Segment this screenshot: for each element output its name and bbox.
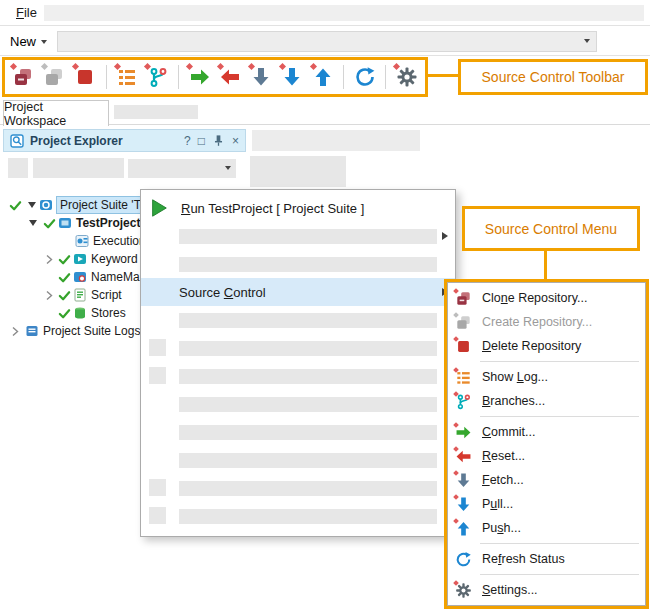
reset-icon [219, 66, 241, 88]
chevron-down-icon [584, 39, 590, 43]
tree-item-label[interactable]: TestProject [76, 216, 140, 230]
source-control-menu-highlight: Clone Repository... Create Repository...… [444, 279, 649, 609]
submenu-item-refresh-status[interactable]: Refresh Status [448, 547, 645, 571]
source-control-menu: Clone Repository... Create Repository...… [447, 282, 646, 606]
submenu-item-fetch[interactable]: Fetch... [448, 468, 645, 492]
auto-hide-pin-icon[interactable] [212, 134, 225, 147]
submenu-item-push[interactable]: Push... [448, 516, 645, 540]
clone-repository-icon [12, 66, 34, 88]
show-log-icon [116, 66, 138, 88]
run-icon [149, 198, 169, 218]
submenu-item-branches[interactable]: Branches... [448, 389, 645, 413]
panel-title: Project Explorer [30, 134, 123, 148]
menu-item-redacted[interactable] [141, 502, 455, 530]
check-icon [58, 289, 71, 302]
collapsed-arrow-icon[interactable] [11, 326, 19, 337]
menu-bar: File [0, 0, 650, 26]
redacted-label-placeholder [179, 369, 437, 384]
submenu-item-reset[interactable]: Reset... [448, 444, 645, 468]
redacted-label-placeholder [179, 453, 437, 468]
branches-button[interactable] [143, 62, 172, 92]
source-control-menu-callout: Source Control Menu [462, 206, 640, 251]
submenu-item-commit[interactable]: Commit... [448, 420, 645, 444]
submenu-item-label: Reset... [482, 449, 525, 463]
submenu-item-create-repository[interactable]: Create Repository... [448, 310, 645, 334]
submenu-item-label: Show Log... [482, 370, 548, 384]
collapsed-arrow-icon[interactable] [45, 254, 53, 265]
create-repository-button[interactable] [40, 62, 69, 92]
tree-item-label[interactable]: Keyword [91, 252, 138, 266]
refresh-status-icon [455, 551, 472, 568]
expanded-arrow-icon[interactable] [28, 202, 36, 208]
submenu-item-settings[interactable]: Settings... [448, 578, 645, 602]
name-mapping-icon [73, 270, 87, 284]
menu-item-redacted[interactable] [141, 306, 455, 334]
project-suite-icon [39, 198, 53, 212]
menu-separator [480, 543, 639, 544]
menu-item-redacted[interactable] [141, 334, 455, 362]
menu-item-redacted[interactable] [141, 418, 455, 446]
toolbar-separator [385, 65, 386, 89]
redacted-label-placeholder [179, 509, 437, 524]
fetch-button[interactable] [247, 62, 276, 92]
pull-button[interactable] [278, 62, 307, 92]
collapsed-arrow-icon[interactable] [45, 290, 53, 301]
submenu-item-label: Fetch... [482, 473, 524, 487]
push-button[interactable] [309, 62, 338, 92]
check-icon [58, 271, 71, 284]
menu-item-redacted[interactable] [141, 250, 455, 278]
submenu-item-label: Clone Repository... [482, 291, 587, 305]
tree-item-label[interactable]: Script [91, 288, 122, 302]
testcomplete-window: File New Source Control Toolbar Proj [0, 0, 650, 612]
menu-item-redacted[interactable] [141, 362, 455, 390]
reset-button[interactable] [216, 62, 245, 92]
toolbar-combobox[interactable] [57, 31, 597, 52]
redacted-label-placeholder [179, 397, 437, 412]
maximize-icon[interactable]: □ [198, 135, 205, 147]
project-icon [58, 216, 72, 230]
submenu-item-label: Create Repository... [482, 315, 592, 329]
tree-item-label[interactable]: Project Suite 'Te [57, 197, 149, 213]
clone-repository-button[interactable] [9, 62, 38, 92]
standard-toolbar: New [0, 27, 650, 56]
toolbar-separator [343, 65, 344, 89]
submenu-item-delete-repository[interactable]: Delete Repository [448, 334, 645, 358]
menu-item-redacted[interactable] [141, 390, 455, 418]
new-button[interactable]: New [6, 31, 51, 52]
settings-button[interactable] [392, 62, 421, 92]
file-menu[interactable]: File [16, 0, 37, 25]
expanded-arrow-icon[interactable] [29, 220, 37, 226]
submenu-item-pull[interactable]: Pull... [448, 492, 645, 516]
explorer-toolbar-redacted-placeholder [33, 158, 124, 178]
submenu-item-clone-repository[interactable]: Clone Repository... [448, 286, 645, 310]
redacted-icon-placeholder [149, 367, 166, 384]
tab-project-workspace[interactable]: Project Workspace [3, 100, 109, 126]
toolbar-separator [106, 65, 107, 89]
explorer-combobox-placeholder[interactable] [128, 159, 236, 178]
tree-item-label[interactable]: Project Suite Logs [43, 324, 140, 338]
refresh-icon [354, 66, 376, 88]
show-log-button[interactable] [113, 62, 142, 92]
menu-separator [480, 574, 639, 575]
menu-item-redacted[interactable] [141, 446, 455, 474]
refresh-status-button[interactable] [350, 62, 379, 92]
pull-icon [281, 66, 303, 88]
project-explorer-header: Project Explorer ? □ × [3, 129, 246, 152]
submenu-item-show-log[interactable]: Show Log... [448, 365, 645, 389]
menu-item-label: Run TestProject [ Project Suite ] [181, 201, 364, 216]
commit-button[interactable] [185, 62, 214, 92]
menu-item-run-testproject[interactable]: Run TestProject [ Project Suite ] [141, 194, 455, 222]
menu-item-redacted[interactable] [141, 222, 455, 250]
tree-item-label[interactable]: NameMa [91, 270, 140, 284]
tree-item-label[interactable]: Stores [91, 306, 126, 320]
close-icon[interactable]: × [232, 135, 239, 147]
help-icon[interactable]: ? [184, 135, 191, 147]
new-button-label: New [10, 34, 36, 49]
callout-connector-line [544, 251, 547, 279]
tab-bar: Project Workspace [0, 98, 650, 125]
check-icon [9, 199, 22, 212]
menu-item-source-control[interactable]: Source Control [141, 278, 455, 306]
fetch-icon [250, 66, 272, 88]
delete-repository-button[interactable] [71, 62, 100, 92]
menu-item-redacted[interactable] [141, 474, 455, 502]
